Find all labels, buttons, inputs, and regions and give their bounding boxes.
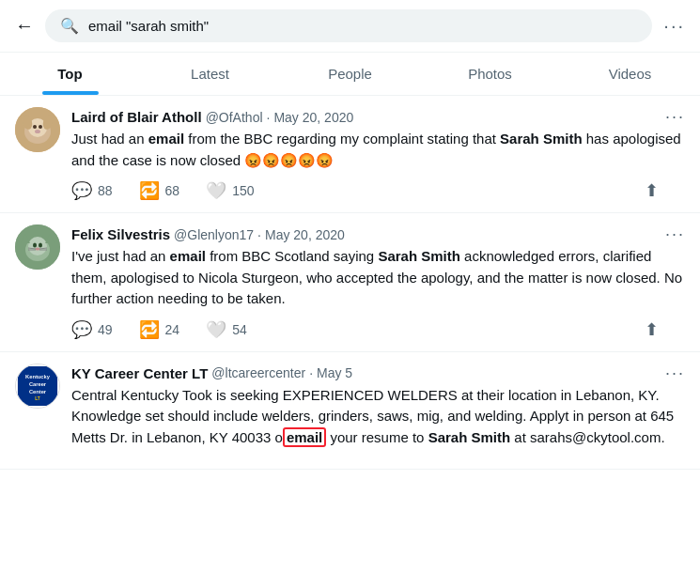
back-button[interactable]: ← [15,15,34,37]
tab-photos[interactable]: Photos [420,53,560,95]
share-icon: ⬆ [645,319,659,340]
like-count: 150 [232,183,254,198]
author-name: Laird of Blair Atholl [71,109,202,125]
retweet-icon: 🔁 [139,319,160,340]
tweet-row: Laird of Blair Atholl @OfAthol · May 20,… [0,96,700,213]
separator-dot: · [257,227,261,242]
svg-point-10 [28,237,47,255]
svg-text:Career: Career [29,381,47,387]
retweet-action[interactable]: 🔁 24 [139,319,180,340]
tweet-body: KY Career Center LT @ltcareercenter · Ma… [71,364,685,458]
tweet-row: Felix Silvestris @Glenlyon17 · May 20, 2… [0,213,700,352]
tweet-body: Felix Silvestris @Glenlyon17 · May 20, 2… [71,224,685,340]
tweet-more-button[interactable]: ··· [665,107,685,127]
svg-point-6 [39,125,42,129]
share-icon: ⬆ [645,180,659,201]
more-options-button[interactable]: ··· [663,15,685,37]
search-query-text: email "sarah smith" [88,18,209,34]
back-icon: ← [15,15,34,37]
retweet-icon: 🔁 [139,180,160,201]
tab-latest[interactable]: Latest [140,53,280,95]
tweet-header: Laird of Blair Atholl @OfAthol · May 20,… [71,107,685,127]
svg-point-15 [36,248,40,251]
author-handle: @Glenlyon17 [174,227,254,242]
tab-people[interactable]: People [280,53,420,95]
text-segment: at sarahs@ckytool.com. [510,429,664,445]
svg-point-13 [33,243,37,248]
tweet-date: May 5 [317,365,352,380]
text-segment: Just had an [71,131,148,147]
reply-action[interactable]: 💬 49 [71,319,113,340]
like-action[interactable]: 🤍 150 [206,180,254,201]
separator-dot: · [267,110,271,125]
author-name: KY Career Center LT [71,365,208,381]
tweet-header: KY Career Center LT @ltcareercenter · Ma… [71,364,685,383]
search-icon: 🔍 [60,17,79,35]
retweet-count: 24 [165,322,180,337]
author-handle: @ltcareercenter [211,365,305,380]
svg-point-7 [35,130,40,133]
like-icon: 🤍 [206,180,226,201]
tweet-row: Kentucky Career Center LT KY Career Cent… [0,352,700,471]
tweet-text: Just had an email from the BBC regarding… [71,129,685,171]
search-bar[interactable]: 🔍 email "sarah smith" [45,9,652,42]
app-header: ← 🔍 email "sarah smith" ··· [0,0,700,53]
reply-icon: 💬 [71,319,92,340]
retweet-action[interactable]: 🔁 68 [139,180,180,201]
tweet-meta: Laird of Blair Atholl @OfAthol · May 20,… [71,109,353,125]
text-segment: from BBC Scotland saying [206,248,378,264]
avatar [15,224,60,270]
tweet-text: I've just had an email from BBC Scotland… [71,246,685,310]
like-icon: 🤍 [206,319,226,340]
name-bold: Sarah Smith [500,131,583,147]
like-action[interactable]: 🤍 54 [206,319,247,340]
reply-icon: 💬 [71,180,92,201]
retweet-count: 68 [165,183,180,198]
name-bold: Sarah Smith [428,429,511,445]
reply-count: 49 [98,322,113,337]
svg-point-5 [33,125,37,129]
text-segment: from the BBC regarding my complaint stat… [184,131,500,147]
tweet-date: May 20, 2020 [265,227,345,242]
text-segment: I've just had an [71,248,170,264]
share-action[interactable]: ⬆ [645,319,659,340]
tweet-actions: 💬 49 🔁 24 🤍 54 ⬆ [71,319,685,340]
text-segment: your resume to [326,429,428,445]
reply-count: 88 [98,183,113,198]
svg-text:Kentucky: Kentucky [25,374,51,379]
tweet-actions: 💬 88 🔁 68 🤍 150 ⬆ [71,180,685,201]
share-action[interactable]: ⬆ [645,180,659,201]
email-bold: email [148,131,184,147]
name-bold: Sarah Smith [378,248,460,264]
tweet-header: Felix Silvestris @Glenlyon17 · May 20, 2… [71,224,685,244]
tweet-body: Laird of Blair Atholl @OfAthol · May 20,… [71,107,685,201]
avatar [15,107,60,152]
author-handle: @OfAthol [206,110,263,125]
tweet-text: Central Kentucky Took is seeking EXPERIE… [71,385,685,449]
tweet-more-button[interactable]: ··· [665,224,685,244]
tweet-meta: Felix Silvestris @Glenlyon17 · May 20, 2… [71,226,345,242]
svg-text:LT: LT [35,396,40,401]
tweet-meta: KY Career Center LT @ltcareercenter · Ma… [71,365,352,381]
like-count: 54 [232,322,247,337]
tab-bar: Top Latest People Photos Videos [0,53,700,96]
tab-top[interactable]: Top [0,53,140,95]
tweet-date: May 20, 2020 [273,110,353,125]
highlighted-email-box: email [283,427,326,447]
email-bold: email [287,429,322,445]
tweet-more-button[interactable]: ··· [665,364,685,383]
reply-action[interactable]: 💬 88 [71,180,113,201]
svg-point-14 [39,243,42,248]
email-bold: email [170,248,206,264]
tab-videos[interactable]: Videos [560,53,700,95]
separator-dot: · [309,365,313,380]
svg-text:Center: Center [29,388,47,394]
author-name: Felix Silvestris [71,226,170,242]
avatar: Kentucky Career Center LT [15,364,60,409]
